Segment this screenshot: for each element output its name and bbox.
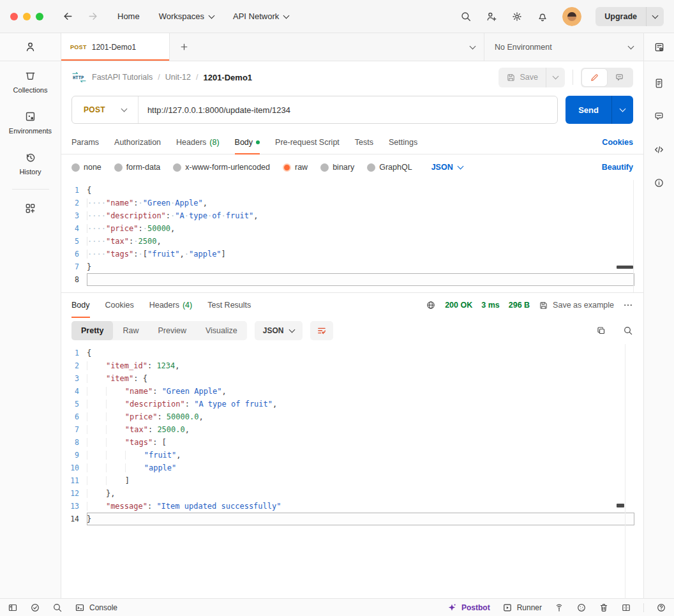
response-tab-body[interactable]: Body [71, 293, 90, 317]
code-line[interactable]: 1{ [61, 347, 643, 359]
forward-icon[interactable] [87, 11, 98, 22]
info-icon[interactable] [654, 177, 664, 188]
api-network-menu-item[interactable]: API Network [233, 11, 288, 21]
code-line[interactable]: 2 "item_id": 1234, [61, 359, 643, 372]
body-type-raw[interactable]: raw [283, 163, 308, 172]
console-button[interactable]: Console [75, 603, 117, 613]
runner-button[interactable]: Runner [502, 603, 542, 613]
response-tab-cookies[interactable]: Cookies [105, 293, 134, 317]
code-line[interactable]: 4····"price":·50000, [61, 222, 643, 235]
response-time-badge[interactable]: 3 ms [481, 301, 500, 310]
body-type-graphql[interactable]: GraphQL [367, 163, 412, 172]
code-line[interactable]: 10 "apple" [61, 462, 643, 474]
help-icon[interactable] [656, 603, 666, 613]
beautify-link[interactable]: Beautify [602, 163, 633, 172]
network-globe-icon[interactable] [426, 300, 436, 310]
breadcrumb-folder[interactable]: Unit-12 [165, 73, 191, 82]
cookies-link[interactable]: Cookies [602, 138, 633, 147]
sidebar-item-history[interactable]: History [0, 143, 61, 184]
tab-pre-request-script[interactable]: Pre-request Script [275, 130, 340, 154]
workspace-user-icon[interactable] [0, 33, 61, 61]
save-button[interactable]: Save [498, 68, 546, 87]
environment-selector[interactable]: No Environment [484, 33, 643, 61]
response-editor-scroll-thumb[interactable] [617, 504, 624, 507]
back-icon[interactable] [63, 11, 73, 22]
view-pretty[interactable]: Pretty [71, 321, 113, 340]
two-pane-layout-icon[interactable] [621, 603, 631, 613]
request-editor-scroll-thumb[interactable] [617, 266, 633, 269]
code-line[interactable]: 2····"name":·"Green·Apple", [61, 197, 643, 209]
documentation-icon[interactable] [654, 78, 664, 89]
raw-language-selector[interactable]: JSON [431, 163, 463, 172]
response-status-badge[interactable]: 200 OK [445, 301, 472, 310]
open-request-tab[interactable]: POST 1201-Demo1 [61, 33, 170, 61]
response-body-editor[interactable]: 1{2 "item_id": 1234,3 "item": {4 "name":… [61, 344, 643, 598]
avatar[interactable] [562, 7, 581, 26]
edit-pencil-icon[interactable] [582, 69, 607, 86]
view-visualize[interactable]: Visualize [196, 321, 247, 340]
body-type-form-data[interactable]: form-data [114, 163, 161, 172]
code-line[interactable]: 3 "item": { [61, 372, 643, 385]
save-options-chevron[interactable] [546, 68, 565, 87]
minimize-window-button[interactable] [23, 13, 31, 20]
notifications-bell-icon[interactable] [537, 11, 548, 22]
tab-body[interactable]: Body [235, 130, 260, 154]
code-line[interactable]: 11 ] [61, 474, 643, 487]
wrap-lines-icon[interactable] [310, 321, 333, 340]
body-type-urlencoded[interactable]: x-www-form-urlencoded [173, 163, 270, 172]
body-type-none[interactable]: none [71, 163, 101, 172]
tab-tests[interactable]: Tests [355, 130, 373, 154]
code-line[interactable]: 7 "tax": 2500.0, [61, 423, 643, 436]
request-body-editor[interactable]: 1{2····"name":·"Green·Apple",3····"descr… [61, 180, 643, 292]
code-snippet-icon[interactable] [654, 144, 664, 155]
send-button[interactable]: Send [565, 96, 611, 124]
url-input[interactable] [139, 105, 557, 115]
new-tab-button[interactable] [170, 33, 198, 61]
code-line[interactable]: 1{ [61, 184, 643, 197]
response-tab-headers[interactable]: Headers(4) [149, 293, 193, 317]
invite-user-icon[interactable] [486, 11, 497, 22]
tab-settings[interactable]: Settings [389, 130, 417, 154]
code-line[interactable]: 4 "name": "Green Apple", [61, 385, 643, 398]
code-line[interactable]: 14} [61, 513, 643, 525]
code-line[interactable]: 12 }, [61, 487, 643, 500]
save-as-example-button[interactable]: Save as example [539, 301, 614, 310]
code-line[interactable]: 6····"tags":·["fruit",·"apple"] [61, 248, 643, 260]
response-more-actions-icon[interactable] [623, 300, 633, 310]
code-line[interactable]: 7} [61, 260, 643, 273]
cookies-icon[interactable] [576, 603, 587, 613]
sidebar-item-environments[interactable]: Environments [0, 102, 61, 143]
connection-status-icon[interactable] [30, 603, 40, 613]
comments-icon[interactable] [607, 69, 632, 86]
view-preview[interactable]: Preview [148, 321, 195, 340]
code-line[interactable]: 5 "description": "A type of fruit", [61, 398, 643, 410]
workspaces-menu-item[interactable]: Workspaces [159, 11, 214, 21]
search-response-icon[interactable] [623, 326, 633, 336]
environment-quick-look-icon[interactable] [644, 33, 674, 61]
breadcrumb-request-name[interactable]: 1201-Demo1 [203, 73, 252, 82]
upgrade-chevron[interactable] [647, 7, 664, 26]
copy-response-icon[interactable] [596, 326, 606, 336]
code-line[interactable]: 6 "price": 50000.0, [61, 410, 643, 423]
maximize-window-button[interactable] [36, 13, 43, 20]
home-menu-item[interactable]: Home [117, 11, 140, 21]
tab-headers[interactable]: Headers(8) [176, 130, 220, 154]
method-selector[interactable]: POST [72, 96, 139, 123]
tab-params[interactable]: Params [71, 130, 99, 154]
code-line[interactable]: 8 "tags": [ [61, 436, 643, 449]
settings-gear-icon[interactable] [511, 11, 523, 22]
code-line[interactable]: 5····"tax":·2500, [61, 235, 643, 248]
breadcrumb-collection[interactable]: FastAPI Tutorials [92, 73, 153, 82]
postbot-button[interactable]: Postbot [447, 603, 490, 613]
comments-panel-icon[interactable] [654, 111, 664, 122]
response-language-selector[interactable]: JSON [255, 321, 303, 340]
upgrade-button[interactable]: Upgrade [595, 7, 664, 26]
view-raw[interactable]: Raw [113, 321, 148, 340]
response-tab-test-results[interactable]: Test Results [207, 293, 251, 317]
capture-requests-icon[interactable] [554, 603, 564, 613]
close-window-button[interactable] [10, 13, 18, 20]
trash-icon[interactable] [599, 603, 609, 613]
tab-list-chevron[interactable] [461, 33, 484, 61]
toggle-sidebar-icon[interactable] [8, 603, 18, 613]
tab-authorization[interactable]: Authorization [114, 130, 161, 154]
